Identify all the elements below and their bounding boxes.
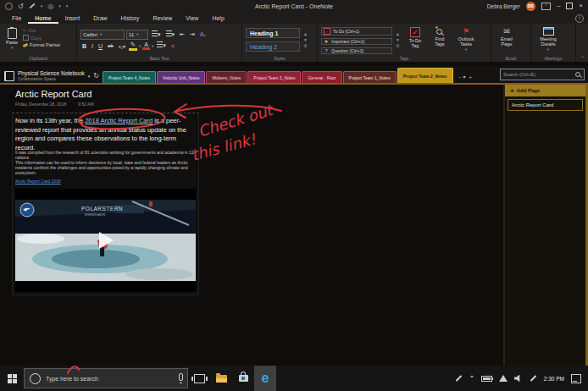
font-name-select[interactable]: Calibri▾ (80, 30, 125, 40)
tag-important-ctrl-2[interactable]: ★Important (Ctrl+2) (321, 38, 392, 45)
taskbar-search[interactable]: Type here to search (24, 368, 188, 388)
font-size-select[interactable]: 11▾ (126, 30, 148, 40)
undo-icon[interactable]: ↺ (18, 3, 24, 10)
italic-button[interactable]: I (90, 43, 95, 49)
ribbon-display-options-icon[interactable]: ⌃ (541, 3, 551, 10)
action-center-icon[interactable] (571, 374, 581, 383)
paragraph-information[interactable]: This information can be used to inform d… (15, 160, 190, 175)
decrease-indent-button[interactable]: ⇤ (178, 30, 186, 39)
bullet-list-button[interactable]: ▾ (150, 30, 163, 39)
email-page-button[interactable]: ✉ Email Page (495, 26, 519, 53)
meeting-details-button[interactable]: Meeting Details ▾ (535, 26, 562, 53)
network-icon[interactable] (499, 375, 508, 382)
battery-icon[interactable] (481, 376, 492, 382)
section-tab-project-team-4-notes[interactable]: Project Team 4_Notes (103, 71, 156, 83)
menu-tab-help[interactable]: Help (205, 14, 230, 24)
quick-access-icon[interactable] (5, 3, 13, 10)
task-view-button[interactable] (188, 366, 210, 391)
tags-up-icon[interactable]: ▲ (396, 31, 400, 36)
pen-icon[interactable] (29, 3, 35, 9)
strikethrough-button[interactable]: ab (106, 43, 115, 48)
menu-tab-view[interactable]: View (179, 14, 205, 24)
add-page-button[interactable]: + Add Page (505, 85, 585, 96)
paste-button[interactable]: Paste ▾ (3, 26, 20, 53)
paste-dropdown-icon[interactable]: ▾ (11, 46, 13, 51)
section-tab-project-team-1-notes[interactable]: Project Team 1_Notes (343, 71, 397, 83)
increase-indent-button[interactable]: ⇥ (188, 30, 197, 39)
delete-button[interactable]: × (169, 43, 176, 49)
section-tab-project-team-3-notes[interactable]: Project Team 3_Notes (247, 71, 301, 83)
menu-tab-draw[interactable]: Draw (86, 14, 114, 24)
inline-link[interactable]: 2018 Arctic Report Card (85, 117, 153, 124)
store-button[interactable] (232, 366, 254, 391)
close-button[interactable]: × (579, 3, 583, 9)
minimize-button[interactable]: – (557, 3, 560, 9)
font-color-button[interactable]: A (142, 41, 150, 50)
section-tab-velocity-unit-notes[interactable]: Velocity Unit_Notes (157, 71, 205, 83)
touch-mode-icon[interactable]: ◎ (47, 3, 53, 10)
page-title[interactable]: Arctic Report Card (15, 89, 92, 99)
menu-tab-home[interactable]: Home (28, 14, 58, 24)
avatar[interactable]: DB (526, 2, 535, 11)
edge-button[interactable]: e (254, 366, 276, 391)
notebook-switcher[interactable]: Physical Science Notebook Collaboration … (18, 71, 85, 82)
menu-tab-file[interactable]: File (5, 14, 28, 24)
touch-mode-dropdown-icon[interactable]: ▾ (58, 3, 61, 8)
find-tags-button[interactable]: ★ Find Tags (430, 26, 450, 53)
file-explorer-button[interactable] (210, 366, 232, 391)
section-overflow-button[interactable]: – ▾ (459, 74, 466, 80)
pen-dropdown-icon[interactable]: ▾ (41, 3, 43, 8)
video-embed[interactable]: POLARSTERN BREMERHAVEN (15, 189, 196, 292)
nav-back-icon[interactable]: ↻ (93, 72, 99, 80)
windows-ink-icon[interactable] (530, 375, 536, 382)
cut-button[interactable]: ✂Cut (23, 28, 60, 33)
tray-pen-icon[interactable] (456, 375, 463, 382)
pages-panel: + Add Page Arctic Report Card (505, 85, 588, 366)
outlook-tasks-button[interactable]: ⚑ Outlook Tasks ▾ (452, 26, 480, 53)
style-heading-2[interactable]: Heading 2 (246, 41, 300, 52)
highlight-button[interactable]: ✎ (129, 41, 137, 51)
todo-tag-button[interactable]: ✓ To Do Tag (403, 26, 427, 53)
volume-icon[interactable] (514, 375, 523, 383)
style-heading-1[interactable]: Heading 1 (246, 28, 300, 38)
collapse-ribbon-icon[interactable]: ⌃ (580, 55, 585, 61)
paragraph-align-button[interactable]: ▾ (155, 41, 168, 50)
bold-button[interactable]: B (80, 43, 88, 49)
styles-more-icon[interactable]: ⚙ (303, 43, 308, 48)
copy-button[interactable]: Copy (23, 35, 60, 41)
page-canvas[interactable]: Arctic Report Card Friday, December 28, … (0, 85, 503, 366)
tags-down-icon[interactable]: ▼ (396, 37, 400, 42)
tags-more-icon[interactable]: ⚙ (396, 43, 400, 48)
paragraph-compiled[interactable]: It was compiled from the research of 81 … (15, 150, 195, 160)
user-name[interactable]: Debra Berger (487, 3, 520, 9)
search-box[interactable]: Search (Ctrl+E) (500, 69, 585, 80)
taskbar-clock[interactable]: 2:30 PM (544, 376, 564, 382)
section-tab-midterm-notes[interactable]: Midterm_Notes (206, 71, 247, 83)
report-link[interactable]: Arctic Report Card 2018 (15, 179, 61, 184)
menu-tab-history[interactable]: History (114, 14, 147, 24)
menu-tab-review[interactable]: Review (146, 14, 179, 24)
basic-text-group: Calibri▾ 11▾ ▾ ▾ ⇤ ⇥ Aₓ B I U ab x₂▾ ✎▾ … (77, 24, 242, 62)
maximize-button[interactable] (566, 3, 573, 9)
clear-formatting-button[interactable]: Aₓ (198, 30, 208, 39)
underline-button[interactable]: U (97, 43, 104, 49)
subscript-button[interactable]: x₂▾ (117, 43, 127, 49)
tray-expand-icon[interactable]: ⌃ (469, 375, 474, 382)
styles-up-icon[interactable]: ▲ (303, 31, 308, 36)
help-icon[interactable]: ? (575, 14, 584, 23)
customize-qat-icon[interactable]: ▾ (66, 3, 69, 8)
styles-down-icon[interactable]: ▼ (303, 37, 308, 42)
add-section-button[interactable]: + (469, 74, 473, 80)
tag-question-ctrl-3[interactable]: ?Question (Ctrl+3) (321, 47, 392, 54)
paragraph-main[interactable]: Now in its 13th year, the 2018 Arctic Re… (15, 117, 191, 152)
page-list-item-arctic-report-card[interactable]: Arctic Report Card (508, 99, 583, 111)
tag-to-do-ctrl-1[interactable]: ✓To Do (Ctrl+1) (321, 27, 392, 36)
notebook-dropdown-icon[interactable]: ▾ (88, 74, 91, 79)
mic-icon[interactable] (177, 373, 182, 383)
section-tab-project-team-2-notes[interactable]: Project Team 2_Notes (397, 68, 453, 83)
start-button[interactable] (0, 366, 24, 391)
numbered-list-button[interactable]: ▾ (164, 30, 177, 39)
section-tab-general-roor[interactable]: General - Roor (302, 71, 341, 83)
menu-tab-insert[interactable]: Insert (58, 14, 87, 24)
format-painter-button[interactable]: Format Painter (23, 42, 60, 47)
